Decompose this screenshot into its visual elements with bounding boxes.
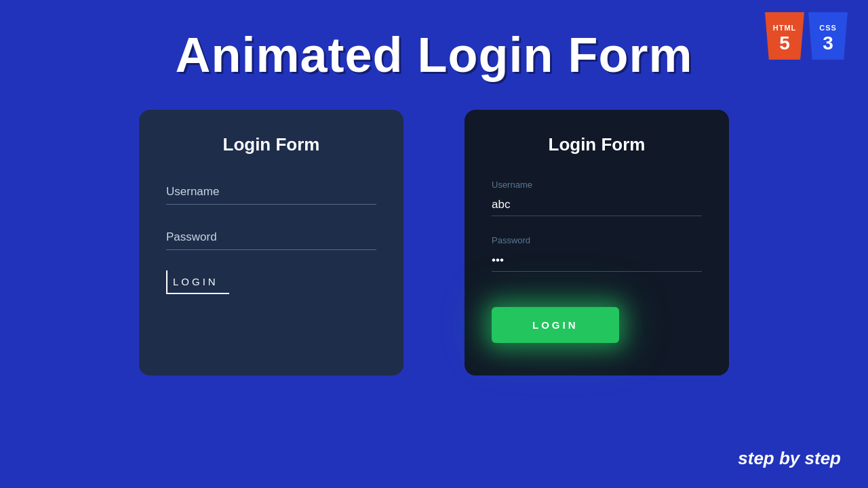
css3-badge: CSS 3 [808, 12, 848, 60]
right-username-label: Username [492, 180, 702, 190]
html5-badge: HTML 5 [765, 12, 804, 60]
right-username-group: Username [492, 180, 702, 216]
right-card-title: Login Form [492, 134, 702, 155]
left-username-input[interactable] [166, 180, 376, 205]
left-card-title: Login Form [166, 134, 376, 155]
css-number: 3 [823, 34, 833, 53]
left-login-card: Login Form LOGIN [139, 110, 403, 375]
left-password-wrapper [166, 225, 376, 250]
badges-container: HTML 5 CSS 3 [765, 12, 848, 60]
right-password-label: Password [492, 235, 702, 245]
left-username-group [166, 180, 376, 205]
right-username-input[interactable] [492, 194, 702, 216]
right-login-button-label: LOGIN [532, 319, 578, 331]
right-login-card: Login Form Username Password LOGIN [465, 110, 729, 375]
right-password-group: Password [492, 235, 702, 272]
page-title: Animated Login Form [0, 0, 868, 83]
html-number: 5 [779, 34, 790, 53]
cards-container: Login Form LOGIN Login Form Username Pas… [0, 110, 868, 375]
left-password-group [166, 225, 376, 250]
right-password-input[interactable] [492, 249, 702, 272]
left-login-button[interactable]: LOGIN [166, 270, 229, 294]
left-login-button-label: LOGIN [166, 270, 229, 294]
left-username-wrapper [166, 180, 376, 205]
right-login-button[interactable]: LOGIN [492, 307, 619, 343]
left-password-input[interactable] [166, 225, 376, 250]
step-by-step-text: step by step [738, 448, 841, 469]
